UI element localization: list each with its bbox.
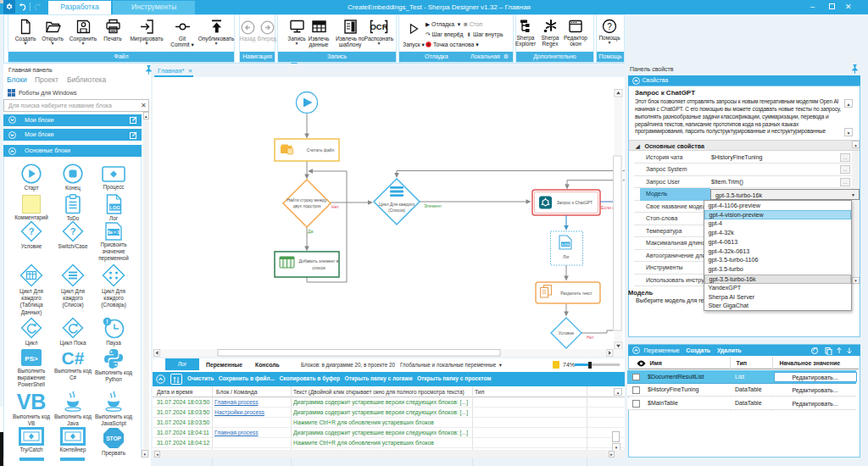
svg-text:LOG: LOG <box>109 205 120 210</box>
svg-text:Цикл Для каждого: Цикл Для каждого <box>379 202 415 207</box>
svg-text:STOP: STOP <box>106 435 121 441</box>
svg-text:Разделить текст: Разделить текст <box>560 291 593 296</box>
svg-text:Считать файл: Считать файл <box>307 147 335 153</box>
svg-text:?: ? <box>607 22 612 31</box>
svg-text:Добавить элемент в: Добавить элемент в <box>299 258 339 264</box>
svg-text:?: ? <box>29 226 35 236</box>
svg-text:Запрос к ChatGPT: Запрос к ChatGPT <box>557 200 593 205</box>
svg-text:C#: C# <box>62 348 85 367</box>
svg-text:VB: VB <box>17 391 47 413</box>
svg-text:список: список <box>312 265 326 270</box>
svg-text:Элемент: Элемент <box>424 203 442 208</box>
svg-text:!: ! <box>106 319 108 325</box>
svg-text:$a = 1: $a = 1 <box>108 230 120 235</box>
svg-text:PS>: PS> <box>25 355 38 363</box>
svg-text:LOG: LOG <box>562 242 570 247</box>
svg-text:Нет: Нет <box>331 204 339 209</box>
svg-text:OCR: OCR <box>370 22 387 31</box>
svg-text:Лог: Лог <box>563 254 570 259</box>
svg-text:Условие: Условие <box>559 331 575 336</box>
svg-text:(Список): (Список) <box>388 208 405 213</box>
svg-text:двух подстрок: двух подстрок <box>293 203 322 208</box>
svg-text:Найти строку между: Найти строку между <box>287 197 327 202</box>
svg-text:Да: Да <box>308 229 314 234</box>
svg-text:?: ? <box>70 226 76 236</box>
svg-text:Нет: Нет <box>587 335 594 340</box>
